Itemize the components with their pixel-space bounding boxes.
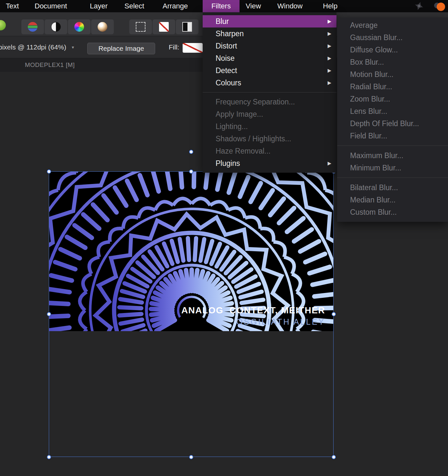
color-wheel-button[interactable] [68,19,91,34]
submenu-item-depth-of-field-blur[interactable]: Depth Of Field Blur... [337,117,448,130]
submenu-item-zoom-blur[interactable]: Zoom Blur... [337,93,448,105]
menu-item-shadows-highlights: Shadows / Highlights... [203,133,336,145]
submenu-item-diffuse-glow[interactable]: Diffuse Glow... [337,44,448,56]
menu-item-label: Lens Blur... [350,107,387,115]
menu-item-frequency-separation: Frequency Separation... [203,96,336,108]
shuriken-status-icon[interactable] [415,2,423,10]
submenu-item-motion-blur[interactable]: Motion Blur... [337,68,448,81]
menu-separator [337,178,448,178]
menu-window[interactable]: Window [277,0,303,12]
menu-filters-active[interactable]: Filters [203,0,240,12]
menu-item-label: Plugins [216,159,240,168]
submenu-item-field-blur[interactable]: Field Blur... [337,130,448,142]
diagonal-line-icon [159,22,169,32]
submenu-item-custom-blur[interactable]: Custom Blur... [337,206,448,218]
menu-item-label: Gaussian Blur... [350,33,402,42]
submenu-arrow-icon: ▶ [327,157,331,169]
submenu-arrow-icon: ▶ [327,64,331,77]
submenu-arrow-icon: ▶ [327,15,331,27]
selection-handle-bottom-mid[interactable] [189,455,193,459]
menu-document[interactable]: Document [35,0,67,12]
menu-item-label: Custom Blur... [350,208,397,216]
channels-adjustment-button[interactable] [21,19,44,34]
submenu-arrow-icon: ▶ [327,77,331,89]
submenu-item-median-blur[interactable]: Median Blur... [337,194,448,206]
submenu-arrow-icon: ▶ [327,27,331,40]
menu-item-haze-removal: Haze Removal... [203,145,336,157]
contrast-adjustment-button[interactable] [45,19,67,34]
split-view-button[interactable] [176,19,198,34]
menu-item-plugins[interactable]: Plugins ▶ [203,157,336,169]
avast-orange-status-icon[interactable] [432,2,446,11]
fill-label: Fill: [169,36,179,58]
submenu-item-radial-blur[interactable]: Radial Blur... [337,81,448,93]
menu-item-label: Sharpen [216,29,244,38]
selection-handle-bottom-right[interactable] [332,455,336,459]
menu-item-apply-image: Apply Image... [203,108,336,120]
menu-select[interactable]: Select [124,0,144,12]
menu-view[interactable]: View [246,0,261,12]
no-style-button[interactable] [153,19,175,34]
menu-item-sharpen[interactable]: Sharpen ▶ [203,27,336,40]
menu-arrange[interactable]: Arrange [163,0,188,12]
submenu-item-lens-blur[interactable]: Lens Blur... [337,105,448,117]
marquee-icon [136,22,145,32]
submenu-item-gaussian-blur[interactable]: Gaussian Blur... [337,31,448,44]
menu-item-label: Radial Blur... [350,82,392,91]
color-wheel-icon [74,22,84,32]
menu-text[interactable]: Text [6,0,19,12]
selection-handle-top-mid[interactable] [189,169,193,174]
chevron-down-icon[interactable]: ▾ [72,36,74,58]
marquee-select-button[interactable] [129,19,152,34]
selection-handle-mid-left[interactable] [47,312,51,316]
menu-item-label: Blur [216,17,229,26]
replace-image-button[interactable]: Replace Image [87,43,155,54]
menu-item-label: Apply Image... [216,110,263,118]
menu-layer[interactable]: Layer [90,0,108,12]
menu-item-label: Minimum Blur... [350,164,401,172]
split-square-icon [182,22,192,32]
submenu-arrow-icon: ▶ [327,40,331,52]
menu-item-detect[interactable]: Detect ▶ [203,64,336,77]
gradient-sphere-button[interactable] [91,19,114,34]
selection-handle-mid-right[interactable] [332,312,336,316]
menu-item-label: Maximum Blur... [350,151,403,160]
submenu-item-average[interactable]: Average [337,19,448,31]
menu-help[interactable]: Help [323,0,337,12]
menu-item-label: Median Blur... [350,196,396,204]
menu-item-label: Depth Of Field Blur... [350,119,419,128]
menu-item-label: Bilateral Blur... [350,183,398,192]
rotation-handle[interactable] [189,150,193,154]
menu-item-label: Field Blur... [350,132,387,140]
submenu-item-maximum-blur[interactable]: Maximum Blur... [337,149,448,162]
menu-item-label: Colours [216,79,241,87]
selection-handle-top-left[interactable] [47,169,51,174]
menu-separator [203,92,336,92]
gradient-sphere-icon [98,22,107,32]
fill-none-swatch[interactable] [183,43,203,53]
menu-item-label: Lighting... [216,122,248,131]
dpi-zoom-label: pixels @ 112dpi (64%) [0,36,66,58]
menu-item-label: Zoom Blur... [350,95,390,103]
blur-submenu-panel: Average Gaussian Blur... Diffuse Glow...… [337,17,448,222]
submenu-item-minimum-blur[interactable]: Minimum Blur... [337,162,448,174]
menu-item-label: Haze Removal... [216,147,271,155]
menu-item-label: Frequency Separation... [216,98,295,106]
menu-bar: Text Document Layer Select Arrange Filte… [0,0,448,12]
selection-handle-bottom-left[interactable] [47,455,51,459]
swatch-circle-icon[interactable] [0,20,6,30]
menu-separator [337,146,448,146]
menu-item-noise[interactable]: Noise ▶ [203,52,336,64]
menu-item-blur[interactable]: Blur ▶ [203,15,336,27]
menu-item-label: Motion Blur... [350,70,393,79]
menu-item-lighting: Lighting... [203,120,336,133]
menu-item-colours[interactable]: Colours ▶ [203,77,336,89]
document-tab[interactable]: MODEPLEX1 [M] [25,58,75,72]
submenu-item-box-blur[interactable]: Box Blur... [337,56,448,68]
channels-icon [28,22,37,32]
menu-item-label: Diffuse Glow... [350,46,398,54]
menu-item-distort[interactable]: Distort ▶ [203,40,336,52]
contrast-icon [51,22,61,32]
submenu-item-bilateral-blur[interactable]: Bilateral Blur... [337,181,448,194]
menu-item-label: Average [350,21,378,29]
